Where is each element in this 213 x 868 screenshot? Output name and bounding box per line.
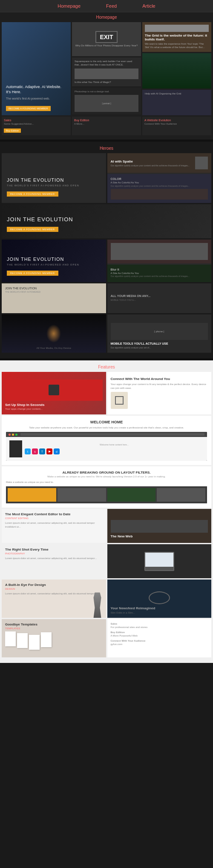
right2-title: COLOR bbox=[111, 177, 208, 180]
connect2-column: Connect With Your Audience gyfun.com bbox=[111, 640, 208, 646]
dropbox-icon: d bbox=[54, 448, 60, 454]
features-label: Features bbox=[0, 365, 213, 369]
hr-top-3 bbox=[107, 240, 212, 263]
hero1-button[interactable]: BECOME A FOUNDING MEMBER bbox=[7, 191, 58, 197]
templates-right: Sales For professional sites and stores … bbox=[107, 619, 212, 657]
hr-top-1: AI with Spatie Our algorithm quickly ana… bbox=[107, 153, 212, 173]
sales-body: For professional sites and stores bbox=[111, 626, 208, 629]
hero-row-3: JOIN THE EVOLUTION THE WORLD'S FIRST AI-… bbox=[0, 240, 213, 282]
key-charm bbox=[111, 392, 128, 409]
browser-mockup: Welcome home content here... t s T ▶ d bbox=[6, 432, 207, 461]
center-mid-caption: Is this what You Think of Magic? bbox=[75, 81, 138, 84]
footer-edition: Buy Edition A More... bbox=[72, 117, 141, 136]
slack-icon: s bbox=[32, 448, 38, 454]
right-shot-body: Lorem ipsum dolor sit amet, consectetur … bbox=[5, 557, 103, 560]
hero1-subtitle: THE WORLD'S FIRST AI-POWERED AND OPEN bbox=[7, 184, 101, 187]
templates-row: Goodbye Templates TEMPLATES Sales For pr… bbox=[0, 619, 213, 657]
nav-feed[interactable]: Feed bbox=[106, 3, 117, 9]
homepage-footer-row: Sales Some Suggested Advice... Buy Editi… bbox=[0, 115, 213, 136]
nav-homepage[interactable]: Homepage bbox=[58, 3, 81, 9]
browser-dot-red bbox=[9, 434, 11, 436]
center-top-title: Why Do Millions of Your Photos Disappear… bbox=[75, 44, 138, 48]
right2-body: Our algorithm quickly analyze your conte… bbox=[111, 185, 208, 188]
buy-body: A More Purposeful Web bbox=[111, 634, 208, 638]
homepage-right-col: The Grid is the website of the future: i… bbox=[142, 22, 211, 115]
right3-title: Blur It bbox=[111, 268, 208, 271]
right1-title: AI with Spatie bbox=[111, 160, 190, 163]
template-card-1 bbox=[5, 631, 16, 646]
homepage-right-top: The Grid is the website of the future: i… bbox=[142, 22, 211, 52]
homepage-center-col: EXIT Why Do Millions of Your Photos Disa… bbox=[72, 22, 141, 115]
laptop-mockup bbox=[144, 552, 174, 571]
hero3-button[interactable]: BECOME A FOUNDING MEMBER bbox=[7, 271, 58, 276]
browser-url bbox=[20, 433, 204, 436]
content-editor-title: The Most Elegant Content Editor to Date bbox=[5, 512, 103, 516]
homepage-hero-tagline: The world's first AI-powered web. bbox=[6, 97, 66, 101]
welcome-body: Take your website anywhere you want. Our… bbox=[6, 426, 207, 429]
small-right-title: ALL YOUR MEDIA ON ANY... bbox=[111, 294, 208, 297]
layout-block-4 bbox=[157, 488, 205, 502]
homepage-hero-button[interactable]: BECOME A FOUNDING MEMBER bbox=[6, 106, 51, 111]
camera-icon bbox=[49, 385, 59, 395]
footer-sales-label: Sales bbox=[4, 119, 69, 122]
hr-mid-1: COLOR A Site As Colorful As You Our algo… bbox=[107, 174, 212, 203]
hero-right-3: Blur It A Site As Colorful As You Our al… bbox=[107, 240, 212, 282]
right-shot-cat: PHOTOGRAPHY bbox=[5, 552, 103, 555]
connect-right: Connect With The World Around You Your a… bbox=[107, 372, 212, 414]
hero3-title: JOIN THE EVOLUTION bbox=[7, 257, 101, 262]
feat-left-inner: Set Up Shop In Seconds Your apps change … bbox=[2, 372, 106, 414]
hero3-content: JOIN THE EVOLUTION THE WORLD'S FIRST AI-… bbox=[7, 257, 101, 276]
right1-body: Our algorithm quickly analyze your conte… bbox=[111, 164, 190, 167]
hero3-subtitle: THE WORLD'S FIRST AI-POWERED AND OPEN bbox=[7, 263, 101, 266]
hero2-content: JOIN THE EVOLUTION BECOME A FOUNDING MEM… bbox=[7, 216, 206, 232]
media-mobile-row: All Your Media, On Any Device [ phone ] … bbox=[0, 314, 213, 353]
design-title: A Built-In Eye For Design bbox=[5, 583, 103, 587]
right-shot-row: The Right Shot Every Time PHOTOGRAPHY Lo… bbox=[0, 544, 213, 578]
connect-row: Set Up Shop In Seconds Your apps change … bbox=[0, 372, 213, 414]
homepage-right-bot: Help with AI Organizing the Grid bbox=[142, 90, 211, 115]
welcome-panel: WELCOME HOME Take your website anywhere … bbox=[2, 416, 211, 465]
center-mid-quote: Squarespace is the only web builder I've… bbox=[75, 60, 138, 67]
nav-article[interactable]: Article bbox=[142, 3, 155, 9]
laptop-base bbox=[145, 567, 173, 570]
hero1-content: JOIN THE EVOLUTION THE WORLD'S FIRST AI-… bbox=[7, 177, 101, 197]
connect2-label: Connect With Your Audience bbox=[111, 640, 208, 642]
welcome-title: WELCOME HOME bbox=[6, 420, 207, 424]
template-card-3 bbox=[29, 635, 40, 650]
content-editor-left: The Most Elegant Content Editor to Date … bbox=[2, 509, 106, 543]
layout-block-1 bbox=[8, 488, 56, 502]
newsfeed-title: Your Newsfeed Reimagined bbox=[111, 606, 208, 610]
small-left-body: THE WORLD'S FIRST AI POWERED bbox=[5, 291, 103, 293]
setup-title: Set Up Shop In Seconds bbox=[5, 403, 103, 407]
heroes-label: Heroes bbox=[0, 146, 213, 151]
youtube-icon: ▶ bbox=[46, 448, 52, 454]
template-card-2 bbox=[17, 633, 28, 648]
design-cat: DESIGN bbox=[5, 588, 103, 590]
right-top-title: The Grid is the website of the future: i… bbox=[145, 34, 209, 41]
layout-title: ALREADY BREAKING GROUND ON LAYOUT FILTER… bbox=[6, 471, 207, 474]
browser-bar bbox=[6, 432, 207, 437]
media-title: All Your Media, On Any Device bbox=[4, 347, 104, 349]
hero-small-row: JOIN THE EVOLUTION THE WORLD'S FIRST AI … bbox=[0, 283, 213, 313]
layout-block-3 bbox=[107, 488, 156, 502]
center-mid-image bbox=[75, 69, 138, 79]
mobile-title: MOBILE TOOLS YOU'LL ACTUALLY USE bbox=[111, 342, 208, 345]
content-editor-row: The Most Elegant Content Editor to Date … bbox=[0, 509, 213, 543]
hero-row-1: JOIN THE EVOLUTION THE WORLD'S FIRST AI-… bbox=[0, 153, 213, 203]
trello-icon: T bbox=[39, 448, 45, 454]
footer-sales-btn[interactable]: Buy Edition bbox=[4, 128, 21, 133]
homepage-right-mid bbox=[142, 53, 211, 89]
hand-panel: All Your Media, On Any Device bbox=[2, 314, 106, 353]
app-icons-row: t s T ▶ d bbox=[25, 448, 204, 454]
footer-sales: Sales Some Suggested Advice... Buy Editi… bbox=[2, 117, 71, 136]
templates-cat: TEMPLATES bbox=[5, 627, 103, 630]
exit-sign: EXIT bbox=[95, 31, 117, 43]
builtin-eye-row: A Built-In Eye For Design DESIGN Lorem i… bbox=[0, 580, 213, 618]
top-navigation: Homepage Feed Article bbox=[0, 0, 213, 12]
hero-small-right: ALL YOUR MEDIA ON ANY... MOBILE TOOLS YO… bbox=[107, 283, 212, 313]
content-editor-body: Lorem ipsum dolor sit amet, consectetur … bbox=[5, 521, 103, 528]
hero2-button[interactable]: BECOME A FOUNDING MEMBER bbox=[7, 227, 58, 232]
browser-content: Welcome home content here... t s T ▶ d bbox=[6, 437, 207, 461]
footer-web-label: A Website Evolution bbox=[144, 119, 209, 122]
browser-main-content: Welcome home content here... t s T ▶ d bbox=[25, 443, 204, 455]
